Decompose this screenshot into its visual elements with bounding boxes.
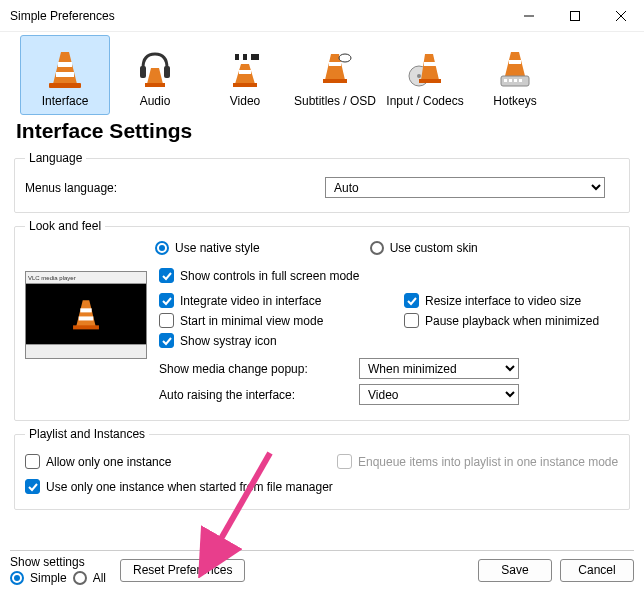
media-popup-label: Show media change popup: [159, 362, 359, 376]
titlebar: Simple Preferences [0, 0, 644, 32]
minimize-button[interactable] [506, 0, 552, 32]
auto-raise-label: Auto raising the interface: [159, 388, 359, 402]
reset-preferences-button[interactable]: Reset Preferences [120, 559, 245, 582]
clapboard-cone-icon [225, 46, 265, 92]
playlist-group: Playlist and Instances Allow only one in… [14, 427, 630, 510]
svg-rect-1 [571, 11, 580, 20]
media-popup-select[interactable]: When minimized [359, 358, 519, 379]
speech-cone-icon [315, 46, 355, 92]
svg-rect-8 [164, 66, 170, 78]
minimal-view-check[interactable]: Start in minimal view mode [159, 313, 323, 328]
svg-rect-12 [239, 54, 243, 60]
disc-cone-icon [405, 46, 445, 92]
resize-interface-check[interactable]: Resize interface to video size [404, 293, 581, 308]
headphones-cone-icon [135, 46, 175, 92]
svg-rect-10 [231, 54, 259, 60]
svg-rect-30 [79, 316, 94, 320]
svg-rect-4 [58, 62, 72, 67]
save-button[interactable]: Save [478, 559, 552, 582]
svg-rect-13 [247, 54, 251, 60]
window-title: Simple Preferences [10, 9, 506, 23]
maximize-button[interactable] [552, 0, 598, 32]
svg-rect-25 [504, 79, 507, 82]
svg-rect-6 [49, 83, 81, 88]
svg-rect-11 [231, 54, 235, 60]
show-settings-all-radio[interactable]: All [73, 571, 106, 585]
interface-preview: VLC media player [25, 271, 147, 359]
svg-rect-28 [519, 79, 522, 82]
cone-icon [45, 46, 85, 92]
show-settings-label: Show settings [10, 555, 106, 569]
menus-language-label: Menus language: [25, 181, 325, 195]
svg-point-20 [417, 74, 421, 78]
cancel-button[interactable]: Cancel [560, 559, 634, 582]
category-interface[interactable]: Interface [20, 35, 110, 115]
fullscreen-controls-check[interactable]: Show controls in full screen mode [159, 268, 359, 283]
svg-rect-22 [419, 79, 441, 83]
custom-skin-radio[interactable]: Use custom skin [370, 241, 478, 255]
svg-rect-31 [73, 325, 99, 329]
svg-rect-27 [514, 79, 517, 82]
svg-rect-16 [329, 62, 341, 66]
one-instance-check[interactable]: Allow only one instance [25, 454, 171, 469]
bottom-bar: Show settings Simple All Reset Preferenc… [10, 550, 634, 585]
svg-rect-26 [509, 79, 512, 82]
systray-check[interactable]: Show systray icon [159, 333, 277, 348]
keyboard-cone-icon [495, 46, 535, 92]
close-button[interactable] [598, 0, 644, 32]
svg-rect-9 [145, 83, 165, 87]
category-video[interactable]: Video [200, 35, 290, 115]
category-subtitles[interactable]: Subtitles / OSD [290, 35, 380, 115]
auto-raise-select[interactable]: Video [359, 384, 519, 405]
menus-language-select[interactable]: Auto [325, 177, 605, 198]
native-style-radio[interactable]: Use native style [155, 241, 260, 255]
pause-minimized-check[interactable]: Pause playback when minimized [404, 313, 599, 328]
category-hotkeys[interactable]: Hotkeys [470, 35, 560, 115]
svg-rect-23 [509, 60, 521, 64]
svg-point-18 [339, 54, 351, 62]
svg-rect-15 [233, 83, 257, 87]
enqueue-check: Enqueue items into playlist in one insta… [337, 454, 618, 469]
one-instance-fm-check[interactable]: Use only one instance when started from … [25, 479, 333, 494]
show-settings-simple-radio[interactable]: Simple [10, 571, 67, 585]
svg-rect-21 [424, 62, 436, 66]
category-input-codecs[interactable]: Input / Codecs [380, 35, 470, 115]
look-and-feel-group: Look and feel Use native style Use custo… [14, 219, 630, 421]
category-tabs: Interface Audio Video Subtitles / OSD In… [14, 32, 630, 115]
category-audio[interactable]: Audio [110, 35, 200, 115]
svg-rect-7 [140, 66, 146, 78]
svg-rect-17 [323, 79, 347, 83]
svg-rect-14 [239, 70, 251, 74]
integrate-video-check[interactable]: Integrate video in interface [159, 293, 321, 308]
language-group: Language Menus language: Auto [14, 151, 630, 213]
settings-scroll-area: Language Menus language: Auto Look and f… [14, 151, 630, 523]
svg-rect-5 [56, 72, 74, 77]
svg-rect-29 [80, 308, 91, 312]
page-title: Interface Settings [16, 119, 630, 143]
